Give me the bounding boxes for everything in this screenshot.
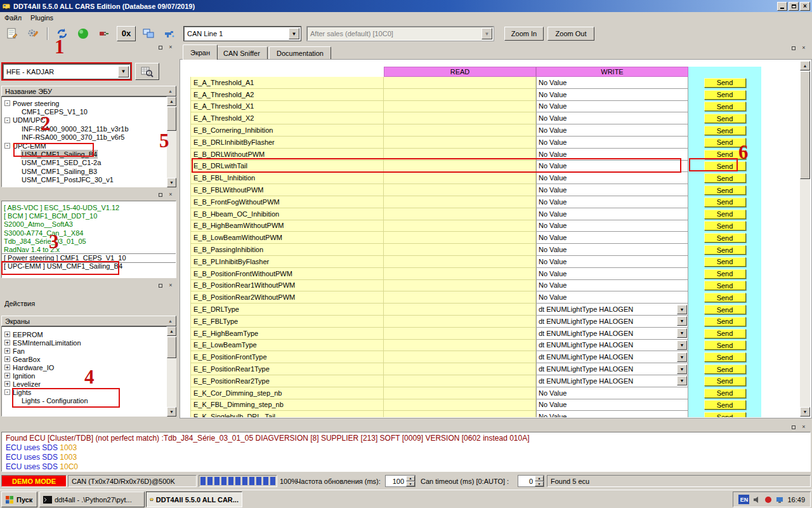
scroll-up-button[interactable]: ▲ — [800, 61, 810, 70]
chevron-down-icon[interactable]: ▼ — [677, 340, 687, 350]
write-field[interactable]: dt ENUMLightType HALOGEN ▼ — [536, 351, 688, 363]
scroll-down-button[interactable]: ▼ — [167, 407, 176, 417]
scrollbar-thumb[interactable] — [167, 107, 176, 131]
scrollbar-thumb[interactable] — [800, 71, 810, 179]
write-field[interactable]: No Value — [536, 112, 688, 124]
tree-item[interactable]: USM_CMF1_SED_C1-2a — [2, 159, 166, 167]
tree-toggle-icon[interactable]: + — [4, 348, 10, 354]
send-button[interactable]: Send — [704, 221, 746, 231]
minimize-button[interactable] — [777, 2, 787, 11]
speaker-icon[interactable] — [753, 496, 761, 504]
zoom-in-button[interactable]: Zoom In — [504, 27, 544, 41]
spin-down-button[interactable]: ▼ — [535, 481, 544, 487]
send-button[interactable]: Send — [704, 173, 746, 183]
log-button[interactable] — [4, 26, 20, 41]
write-field[interactable]: No Value — [536, 184, 688, 196]
maximize-button[interactable] — [789, 2, 799, 11]
close-button[interactable]: × — [800, 2, 810, 11]
tree-toggle-icon[interactable]: + — [4, 373, 10, 378]
tree-item[interactable]: INF-RSA00_9000_370_11b_v6r5 — [2, 133, 166, 142]
scroll-up-button[interactable]: ▲ — [167, 326, 176, 336]
chevron-down-icon[interactable]: ▼ — [677, 305, 687, 314]
write-field[interactable]: dt ENUMLightType HALOGEN ▼ — [536, 316, 688, 328]
dock-pin-button[interactable] — [157, 44, 164, 51]
scroll-down-button[interactable]: ▼ — [167, 178, 176, 187]
titlebar[interactable]: DDT4All 5.5.0 ALL CARS Edition (Database… — [0, 0, 812, 12]
chevron-down-icon[interactable]: ▼ — [289, 28, 299, 39]
dock-close-button[interactable]: × — [800, 44, 808, 51]
tree-item[interactable]: USM_CMF1_PostJFC_30_v1 — [2, 176, 166, 184]
tree-toggle-icon[interactable]: - — [4, 117, 10, 123]
write-field[interactable]: No Value — [536, 256, 688, 268]
tree-toggle-icon[interactable]: - — [4, 100, 10, 106]
tree-toggle-icon[interactable]: + — [4, 364, 10, 370]
send-button[interactable]: Send — [704, 126, 746, 135]
send-button[interactable]: Send — [704, 400, 746, 410]
write-field[interactable]: No Value — [536, 399, 688, 411]
send-button[interactable]: Send — [704, 305, 746, 314]
send-button[interactable]: Send — [704, 114, 746, 123]
scrollbar-thumb[interactable] — [167, 337, 176, 358]
send-button[interactable]: Send — [704, 233, 746, 243]
write-field[interactable]: No Value — [536, 196, 688, 208]
send-button[interactable]: Send — [704, 412, 746, 417]
tree-item[interactable]: - Power steering — [2, 99, 166, 107]
tree-item[interactable]: USM_CMF1_Sailing_B3 — [2, 167, 166, 175]
keyboard-layout-badge[interactable]: EN — [738, 495, 749, 504]
chevron-down-icon[interactable]: ▼ — [677, 376, 687, 385]
write-field[interactable]: dt ENUMLightType HALOGEN ▼ — [536, 375, 688, 387]
hex-toggle-button[interactable]: 0x — [117, 26, 136, 41]
send-button[interactable]: Send — [704, 78, 746, 88]
send-button[interactable]: Send — [704, 281, 746, 290]
send-button[interactable]: Send — [704, 293, 746, 302]
send-button[interactable]: Send — [704, 90, 746, 100]
write-field[interactable]: No Value — [536, 291, 688, 304]
plug-button[interactable] — [96, 26, 112, 41]
send-button[interactable]: Send — [704, 197, 746, 207]
screens-scrollbar[interactable]: ▲ ▼ — [167, 326, 176, 417]
send-button[interactable]: Send — [704, 377, 746, 386]
send-button[interactable]: Send — [704, 364, 746, 374]
tab-documentation[interactable]: Documentation — [269, 46, 331, 59]
menu-plugins[interactable]: Plugins — [26, 13, 58, 23]
write-field[interactable]: No Value — [536, 101, 688, 113]
dock-close-button[interactable]: × — [167, 282, 174, 289]
screens-header[interactable]: Экраны ▲ — [1, 316, 176, 326]
dock-pin-button[interactable] — [157, 191, 164, 198]
spin-up-button[interactable]: ▲ — [535, 476, 544, 481]
tree-item[interactable]: INF-RSA00_9000_321_11b_v3r1b — [2, 124, 166, 133]
start-button[interactable]: Пуск — [1, 491, 37, 507]
dock-close-button[interactable]: × — [167, 191, 174, 198]
screens-button[interactable] — [140, 26, 157, 41]
dock-close-button[interactable]: × — [800, 424, 808, 431]
can-timeout-spinner[interactable]: 0 ▲ ▼ — [518, 475, 544, 487]
taskbar-item-console[interactable]: ddt4all - .\Python27\pyt... — [39, 491, 145, 507]
scroll-down-button[interactable]: ▼ — [800, 407, 810, 417]
dock-pin-button[interactable] — [790, 424, 797, 431]
write-field[interactable]: No Value — [536, 268, 688, 280]
send-button[interactable]: Send — [704, 317, 746, 326]
scroll-up-button[interactable]: ▲ — [167, 97, 176, 106]
tree-item[interactable]: - UDM/UPC — [2, 116, 166, 124]
options-button[interactable] — [25, 26, 41, 41]
pipe-button[interactable] — [161, 26, 178, 41]
ecu-list-item[interactable]: RadNav 1.4 to 2.x — [2, 246, 176, 254]
main-scrollbar[interactable]: ▲ ▼ — [800, 61, 810, 417]
write-field[interactable]: No Value — [536, 244, 688, 256]
tree-item[interactable]: + GearBox — [2, 355, 166, 363]
display-icon[interactable] — [776, 496, 783, 504]
write-field[interactable]: dt ENUMLightType HALOGEN ▼ — [536, 340, 688, 352]
write-field[interactable]: No Value — [536, 89, 688, 101]
send-button[interactable]: Send — [704, 340, 746, 350]
antivirus-icon[interactable] — [764, 496, 772, 504]
can-timeout-value[interactable]: 0 — [518, 476, 535, 486]
spin-up-button[interactable]: ▲ — [406, 476, 415, 481]
ecu-tree-header[interactable]: Название ЭБУ ▲ — [1, 86, 176, 97]
zoom-out-button[interactable]: Zoom Out — [547, 27, 594, 41]
send-button[interactable]: Send — [704, 389, 746, 398]
write-field[interactable]: No Value — [536, 220, 688, 232]
menu-file[interactable]: Файл — [0, 13, 26, 23]
send-button[interactable]: Send — [704, 185, 746, 195]
spin-down-button[interactable]: ▼ — [406, 481, 415, 487]
send-button[interactable]: Send — [704, 102, 746, 111]
